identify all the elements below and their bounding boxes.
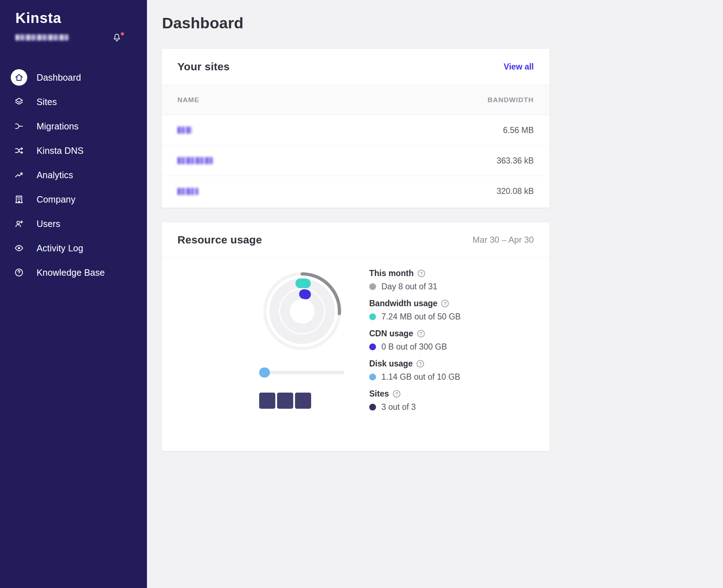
site-name-blurred[interactable] bbox=[177, 127, 192, 134]
sidebar-item-label: Kinsta DNS bbox=[37, 146, 84, 156]
user-plus-icon bbox=[11, 215, 27, 232]
legend-group-cdn: CDN usage ? 0 B out of 300 GB bbox=[369, 328, 461, 359]
bandwidth-value: 363.36 kB bbox=[496, 156, 534, 166]
sidebar-item-activity-log[interactable]: Activity Log bbox=[0, 236, 147, 260]
sites-card-title: Your sites bbox=[177, 61, 230, 73]
legend-dot bbox=[369, 343, 376, 350]
dns-route-icon bbox=[11, 142, 27, 159]
disk-usage-bar bbox=[259, 371, 344, 374]
trend-chart-icon bbox=[11, 167, 27, 183]
legend-value: 7.24 MB out of 50 GB bbox=[381, 312, 461, 322]
sidebar-item-label: Analytics bbox=[37, 170, 73, 180]
legend-value: 1.14 GB out of 10 GB bbox=[381, 372, 460, 382]
table-row[interactable]: 363.36 kB bbox=[162, 146, 550, 176]
help-icon[interactable]: ? bbox=[441, 300, 449, 307]
site-name-blurred[interactable] bbox=[177, 188, 198, 195]
site-square bbox=[295, 393, 311, 409]
sidebar-item-dashboard[interactable]: Dashboard bbox=[0, 65, 147, 90]
account-name-blurred[interactable] bbox=[15, 34, 68, 41]
merge-arrow-icon bbox=[11, 118, 27, 134]
resource-legend: This month ? Day 8 out of 31 Bandwidth u… bbox=[369, 268, 461, 419]
site-name-blurred[interactable] bbox=[177, 157, 213, 164]
legend-label: CDN usage bbox=[369, 329, 413, 338]
legend-value: Day 8 out of 31 bbox=[381, 282, 437, 291]
sidebar-item-label: Company bbox=[37, 194, 75, 205]
view-all-link[interactable]: View all bbox=[504, 62, 534, 72]
sidebar-nav: Dashboard Sites Migrations bbox=[0, 65, 147, 285]
home-icon bbox=[11, 69, 27, 86]
legend-group-bandwidth: Bandwidth usage ? 7.24 MB out of 50 GB bbox=[369, 298, 461, 328]
resource-card-header: Resource usage Mar 30 – Apr 30 bbox=[162, 222, 550, 257]
help-icon[interactable]: ? bbox=[417, 330, 425, 337]
sites-table-header: NAME BANDWIDTH bbox=[162, 85, 550, 115]
layers-icon bbox=[11, 94, 27, 110]
sites-usage-squares bbox=[259, 393, 311, 409]
notification-unread-dot bbox=[121, 32, 124, 35]
site-square bbox=[277, 393, 293, 409]
account-row bbox=[15, 34, 137, 44]
legend-label: Sites bbox=[369, 389, 389, 399]
eye-icon bbox=[11, 240, 27, 256]
your-sites-card: Your sites View all NAME BANDWIDTH 6.56 … bbox=[162, 49, 550, 208]
help-icon[interactable]: ? bbox=[417, 360, 424, 368]
resource-donut-chart bbox=[259, 268, 345, 354]
sites-card-header: Your sites View all bbox=[162, 49, 550, 85]
date-range: Mar 30 – Apr 30 bbox=[472, 235, 534, 245]
sidebar-item-analytics[interactable]: Analytics bbox=[0, 163, 147, 187]
legend-value: 3 out of 3 bbox=[381, 402, 416, 412]
sidebar-item-company[interactable]: Company bbox=[0, 187, 147, 212]
sidebar-item-sites[interactable]: Sites bbox=[0, 90, 147, 114]
page-title: Dashboard bbox=[162, 14, 243, 32]
legend-dot bbox=[369, 283, 376, 290]
legend-dot bbox=[369, 374, 376, 380]
legend-group-this-month: This month ? Day 8 out of 31 bbox=[369, 268, 461, 298]
notifications-button[interactable] bbox=[112, 33, 123, 44]
legend-label: Bandwidth usage bbox=[369, 299, 437, 308]
disk-usage-fill bbox=[259, 368, 270, 378]
legend-group-sites: Sites ? 3 out of 3 bbox=[369, 389, 461, 419]
table-row[interactable]: 6.56 MB bbox=[162, 115, 550, 146]
sidebar-item-users[interactable]: Users bbox=[0, 212, 147, 236]
building-icon bbox=[11, 191, 27, 208]
resource-card-title: Resource usage bbox=[177, 234, 262, 246]
question-circle-icon bbox=[11, 264, 27, 281]
sidebar-item-label: Sites bbox=[37, 97, 57, 107]
sidebar-item-label: Dashboard bbox=[37, 72, 81, 83]
sidebar-item-knowledge-base[interactable]: Knowledge Base bbox=[0, 260, 147, 285]
legend-dot bbox=[369, 313, 376, 320]
sidebar-item-label: Knowledge Base bbox=[37, 267, 105, 278]
resource-usage-card: Resource usage Mar 30 – Apr 30 bbox=[162, 222, 550, 451]
sidebar-item-label: Activity Log bbox=[37, 243, 83, 253]
legend-label: This month bbox=[369, 269, 414, 278]
sidebar-item-label: Users bbox=[37, 219, 60, 229]
bandwidth-value: 6.56 MB bbox=[503, 125, 534, 135]
kinsta-logo: Kinsta bbox=[15, 10, 61, 26]
help-icon[interactable]: ? bbox=[418, 270, 425, 277]
sidebar: Kinsta Dashboard bbox=[0, 0, 147, 588]
column-header-name: NAME bbox=[177, 96, 199, 104]
resource-card-body: This month ? Day 8 out of 31 Bandwidth u… bbox=[162, 257, 550, 451]
legend-group-disk: Disk usage ? 1.14 GB out of 10 GB bbox=[369, 359, 461, 389]
bandwidth-value: 320.08 kB bbox=[496, 186, 534, 196]
legend-value: 0 B out of 300 GB bbox=[381, 342, 447, 352]
sidebar-item-label: Migrations bbox=[37, 121, 79, 132]
table-row[interactable]: 320.08 kB bbox=[162, 176, 550, 207]
sidebar-item-migrations[interactable]: Migrations bbox=[0, 114, 147, 138]
bell-icon bbox=[112, 37, 122, 43]
site-square bbox=[259, 393, 275, 409]
sidebar-item-kinsta-dns[interactable]: Kinsta DNS bbox=[0, 138, 147, 163]
help-icon[interactable]: ? bbox=[393, 390, 400, 398]
column-header-bandwidth: BANDWIDTH bbox=[487, 96, 534, 104]
legend-dot bbox=[369, 404, 376, 411]
legend-label: Disk usage bbox=[369, 359, 413, 369]
